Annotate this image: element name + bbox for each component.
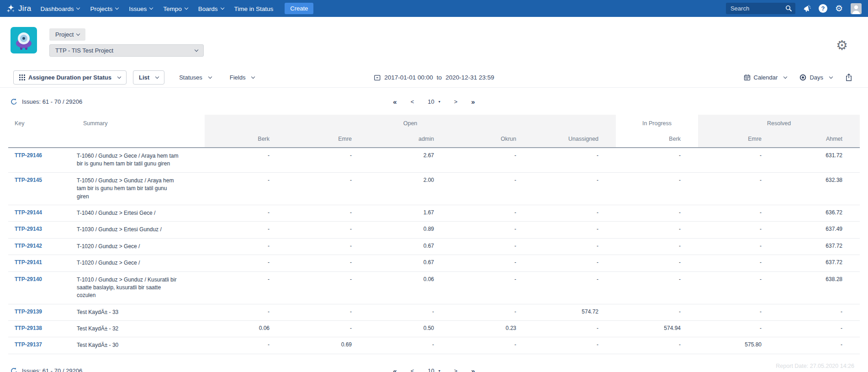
- table-row: TTP-29139Test KaydÄ± - 33----574.72---: [8, 304, 860, 320]
- duration-cell: 575.80: [698, 337, 779, 354]
- page-first-button[interactable]: «: [393, 367, 397, 372]
- duration-cell: -: [698, 304, 779, 320]
- issue-key-link[interactable]: TTP-29139: [15, 308, 42, 315]
- view-mode-label: List: [139, 74, 149, 81]
- pagination-top: « < 10 ▾ > »: [393, 98, 475, 106]
- issue-summary: T-1010 / Gunduz > Gunduz / Kusuratli bir…: [77, 276, 180, 300]
- project-scope-label: Project: [55, 31, 74, 38]
- duration-cell: 631.72: [779, 148, 860, 172]
- export-icon[interactable]: [845, 74, 852, 81]
- page-prev-button[interactable]: <: [411, 367, 414, 372]
- issue-summary: Test KaydÄ± - 30: [77, 341, 118, 349]
- assignee-column-header-open-admin: admin: [369, 131, 451, 148]
- fields-dropdown[interactable]: Fields: [230, 74, 255, 81]
- create-button[interactable]: Create: [285, 3, 313, 14]
- issue-key-link[interactable]: TTP-29146: [15, 152, 42, 159]
- chevron-down-icon: [184, 6, 188, 10]
- duration-cell: -: [451, 271, 534, 304]
- duration-cell: 2.00: [369, 172, 451, 205]
- duration-cell: 0.69: [287, 337, 369, 354]
- issue-key-cell: TTP-29146: [8, 148, 77, 172]
- page-first-button[interactable]: «: [393, 98, 397, 106]
- status-group-header-in-progress: In Progress: [616, 115, 698, 131]
- page-prev-button[interactable]: <: [411, 98, 414, 105]
- report-type-label: Assignee Duration per Status: [28, 74, 111, 81]
- status-group-header-resolved: Resolved: [698, 115, 860, 131]
- issue-summary-cell: T-1050 / Gunduz > Gunduz / Araya hem tam…: [77, 172, 205, 205]
- settings-gear-icon[interactable]: ⚙: [835, 4, 843, 13]
- duration-cell: 636.72: [779, 205, 860, 221]
- duration-cell: -: [616, 255, 698, 271]
- search-icon[interactable]: [785, 5, 792, 13]
- nav-item-tempo[interactable]: Tempo: [163, 5, 188, 12]
- page-settings-gear-icon[interactable]: ⚙: [836, 39, 848, 52]
- duration-cell: 0.67: [369, 238, 451, 255]
- nav-item-issues[interactable]: Issues: [129, 5, 153, 12]
- page-last-button[interactable]: »: [471, 367, 475, 372]
- summary-column-header: Summary: [77, 115, 205, 131]
- pagination-bottom: « < 10 ▾ > »: [393, 367, 475, 372]
- page-next-button[interactable]: >: [454, 367, 458, 372]
- help-icon[interactable]: ?: [819, 4, 827, 13]
- duration-cell: -: [534, 172, 616, 205]
- unit-dropdown[interactable]: Days: [799, 74, 832, 81]
- issue-key-link[interactable]: TTP-29144: [15, 209, 42, 216]
- eye-icon: [799, 74, 806, 81]
- jira-logo[interactable]: Jira: [6, 4, 32, 13]
- project-scope-button[interactable]: Project: [49, 28, 85, 41]
- duration-cell: -: [451, 238, 534, 255]
- refresh-icon[interactable]: [11, 367, 17, 372]
- view-mode-button[interactable]: List: [133, 70, 164, 85]
- nav-item-boards[interactable]: Boards: [198, 5, 224, 12]
- issue-key-link[interactable]: TTP-29137: [15, 341, 42, 348]
- issue-key-link[interactable]: TTP-29138: [15, 325, 42, 331]
- statuses-dropdown[interactable]: Statuses: [179, 74, 212, 81]
- duration-cell: -: [287, 148, 369, 172]
- issues-count-label: Issues: 61 - 70 / 29206: [22, 367, 82, 372]
- issue-key-link[interactable]: TTP-29141: [15, 259, 42, 266]
- issue-summary-cell: Test KaydÄ± - 32: [77, 321, 205, 337]
- nav-item-time-in-status[interactable]: Time in Status: [234, 5, 274, 12]
- issue-summary-cell: T-1060 / Gunduz > Gece / Araya hem tam b…: [77, 148, 205, 172]
- nav-item-label: Boards: [198, 5, 218, 12]
- page-last-button[interactable]: »: [471, 98, 475, 106]
- duration-cell: -: [616, 337, 698, 354]
- blank-header-cell: [77, 131, 205, 148]
- duration-cell: 0.06: [205, 321, 287, 337]
- duration-cell: -: [534, 337, 616, 354]
- issue-key-cell: TTP-29141: [8, 255, 77, 271]
- duration-cell: 574.72: [534, 304, 616, 320]
- duration-cell: -: [534, 148, 616, 172]
- page-next-button[interactable]: >: [454, 98, 458, 105]
- issue-key-link[interactable]: TTP-29142: [15, 243, 42, 249]
- project-header: Project TTP - TIS Test Project ⚙: [0, 17, 868, 68]
- table-row: TTP-29143T-1030 / Gunduz > Ertesi Gunduz…: [8, 222, 860, 238]
- page-size-select[interactable]: 10 ▾: [428, 367, 440, 372]
- duration-cell: -: [616, 238, 698, 255]
- duration-cell: 574.94: [616, 321, 698, 337]
- date-range-picker[interactable]: 2017-01-01 00:00 to 2020-12-31 23:59: [374, 74, 494, 81]
- calendar-type-dropdown[interactable]: Calendar: [744, 74, 787, 81]
- duration-cell: -: [369, 304, 451, 320]
- duration-cell: -: [369, 337, 451, 354]
- duration-cell: -: [287, 321, 369, 337]
- project-select[interactable]: TTP - TIS Test Project: [49, 44, 204, 57]
- nav-item-label: Time in Status: [234, 5, 274, 12]
- issue-key-cell: TTP-29138: [8, 321, 77, 337]
- nav-item-projects[interactable]: Projects: [90, 5, 118, 12]
- nav-item-dashboards[interactable]: Dashboards: [41, 5, 80, 12]
- duration-cell: -: [534, 255, 616, 271]
- report-type-button[interactable]: Assignee Duration per Status: [13, 70, 127, 85]
- issue-key-link[interactable]: TTP-29143: [15, 226, 42, 232]
- user-avatar[interactable]: [851, 3, 862, 14]
- announcement-icon[interactable]: [803, 5, 811, 12]
- duration-cell: -: [451, 304, 534, 320]
- refresh-icon[interactable]: [11, 98, 17, 105]
- nav-items: DashboardsProjectsIssuesTempoBoardsTime …: [41, 5, 284, 13]
- page-size-select[interactable]: 10 ▾: [428, 98, 440, 105]
- issue-key-link[interactable]: TTP-29145: [15, 177, 42, 183]
- issue-summary-cell: T-1020 / Gunduz > Gece /: [77, 238, 205, 255]
- issue-key-link[interactable]: TTP-29140: [15, 276, 42, 282]
- duration-cell: -: [534, 222, 616, 238]
- issue-summary: T-1020 / Gunduz > Gece /: [77, 243, 140, 250]
